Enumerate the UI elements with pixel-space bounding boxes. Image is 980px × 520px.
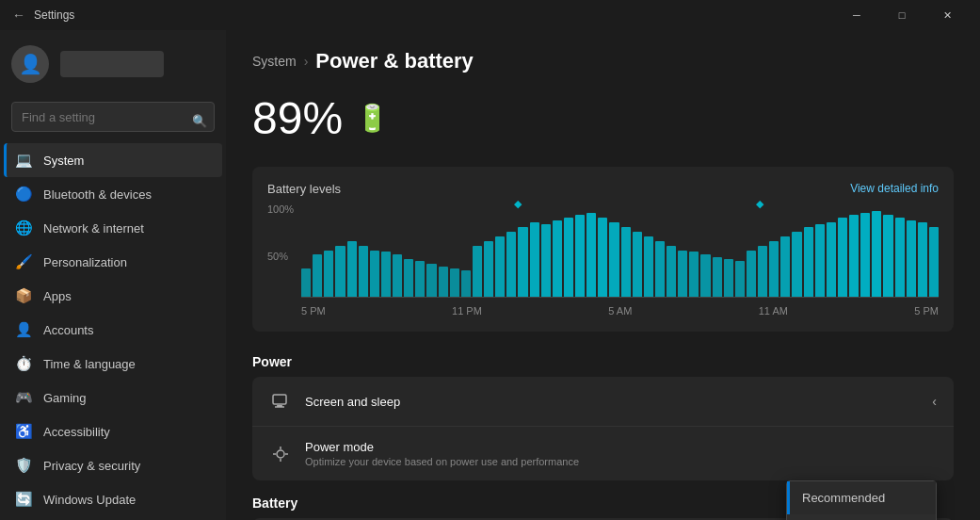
nav-icon-apps: 📦 — [15, 287, 32, 304]
chart-bar — [907, 220, 916, 297]
nav-label-bluetooth: Bluetooth & devices — [43, 187, 152, 202]
chart-bar — [883, 215, 892, 297]
power-mode-row[interactable]: Power mode Optimize your device based on… — [252, 427, 954, 480]
view-detailed-link[interactable]: View detailed info — [850, 182, 939, 196]
chart-bar — [564, 218, 573, 297]
svg-point-3 — [277, 450, 284, 458]
nav-label-gaming: Gaming — [43, 391, 87, 405]
chart-bar — [439, 267, 448, 297]
minimize-button[interactable]: ─ — [835, 0, 878, 30]
sidebar-item-network[interactable]: 🌐 Network & internet — [4, 211, 222, 245]
screen-sleep-title: Screen and sleep — [305, 395, 932, 409]
nav-icon-personalization: 🖌️ — [15, 253, 32, 270]
chart-bar — [724, 259, 733, 297]
nav-label-update: Windows Update — [43, 493, 136, 507]
chart-bar — [689, 252, 699, 297]
chart-bar — [473, 246, 482, 297]
chart-bar — [484, 241, 493, 297]
title-bar: ← Settings ─ □ ✕ — [0, 0, 980, 30]
power-mode-title: Power mode — [305, 440, 937, 454]
chart-bar — [758, 246, 767, 297]
chart-bar — [359, 246, 368, 297]
app-title: Settings — [34, 8, 827, 22]
chart-bar — [370, 251, 379, 298]
chart-header: Battery levels View detailed info — [267, 182, 939, 196]
chart-bar — [450, 268, 459, 297]
breadcrumb-parent[interactable]: System — [252, 54, 297, 69]
close-button[interactable]: ✕ — [925, 0, 969, 30]
sidebar: 👤 🔍 💻 System 🔵 Bluetooth & devices 🌐 Net… — [0, 30, 226, 520]
chart-bar — [518, 227, 527, 297]
y-label-100: 100% — [267, 203, 301, 215]
power-section-label: Power — [252, 354, 954, 369]
power-mode-subtitle: Optimize your device based on power use … — [305, 456, 937, 467]
nav-label-network: Network & internet — [43, 221, 144, 236]
nav-label-system: System — [43, 154, 84, 168]
dropdown-recommended[interactable]: Recommended — [787, 481, 936, 514]
nav-icon-bluetooth: 🔵 — [15, 186, 32, 203]
breadcrumb-separator: › — [304, 54, 309, 69]
chart-bar — [644, 236, 653, 297]
sidebar-item-update[interactable]: 🔄 Windows Update — [4, 482, 222, 516]
chart-bar — [860, 213, 870, 297]
chart-bar — [541, 224, 551, 297]
chart-bar — [335, 246, 345, 297]
power-settings-group: Screen and sleep ‹ Power mode — [252, 377, 954, 480]
chart-area: 100% 50% ◆ ◆ 5 PM 11 PM 5 AM 11 AM 5 PM — [267, 203, 939, 317]
power-mode-dropdown: Recommended Better performance Best perf… — [786, 480, 937, 520]
sidebar-item-privacy[interactable]: 🛡️ Privacy & security — [4, 448, 222, 482]
chart-bar — [713, 257, 722, 297]
nav-list: 💻 System 🔵 Bluetooth & devices 🌐 Network… — [0, 143, 226, 516]
sidebar-item-accounts[interactable]: 👤 Accounts — [4, 313, 222, 347]
sidebar-item-time[interactable]: ⏱️ Time & language — [4, 347, 222, 381]
x-label-11pm: 11 PM — [452, 305, 482, 317]
app-body: 👤 🔍 💻 System 🔵 Bluetooth & devices 🌐 Net… — [0, 30, 980, 520]
chart-y-labels: 100% 50% — [267, 203, 301, 298]
search-icon: 🔍 — [192, 114, 207, 128]
maximize-button[interactable]: □ — [880, 0, 924, 30]
breadcrumb: System › Power & battery — [252, 49, 954, 73]
chart-bar — [735, 261, 745, 297]
chart-bars — [301, 203, 939, 298]
chart-bar — [747, 251, 756, 298]
x-label-5am: 5 AM — [608, 305, 632, 317]
chart-bar — [780, 236, 790, 297]
nav-icon-update: 🔄 — [15, 491, 32, 508]
x-label-11am: 11 AM — [759, 305, 788, 317]
chart-bar — [678, 251, 687, 298]
user-profile: 👤 — [0, 30, 226, 98]
dropdown-better-performance[interactable]: Better performance — [787, 514, 936, 520]
nav-label-apps: Apps — [43, 289, 72, 303]
chart-bar — [404, 259, 413, 297]
chart-bar — [609, 222, 619, 297]
nav-icon-system: 💻 — [15, 152, 32, 169]
window-controls: ─ □ ✕ — [835, 0, 969, 30]
x-label-5pm2: 5 PM — [914, 305, 939, 317]
chart-bar — [530, 222, 539, 297]
search-input[interactable] — [11, 102, 215, 132]
chart-bar — [655, 241, 665, 297]
battery-icon: 🔋 — [356, 103, 389, 134]
sidebar-item-accessibility[interactable]: ♿ Accessibility — [4, 414, 222, 448]
chart-bar — [301, 268, 311, 297]
chart-bar — [929, 227, 939, 297]
chart-bar — [506, 232, 516, 297]
nav-icon-accounts: 👤 — [15, 321, 32, 338]
chart-bar — [827, 222, 836, 297]
chart-bar — [495, 236, 505, 297]
nav-icon-network: 🌐 — [15, 219, 32, 236]
battery-chart-section: Battery levels View detailed info 100% 5… — [252, 167, 954, 332]
sidebar-item-gaming[interactable]: 🎮 Gaming — [4, 381, 222, 414]
back-button[interactable]: ← — [11, 8, 26, 23]
sidebar-item-apps[interactable]: 📦 Apps — [4, 279, 222, 313]
chart-bar — [804, 227, 813, 297]
sidebar-item-system[interactable]: 💻 System — [4, 143, 222, 177]
avatar: 👤 — [11, 45, 49, 83]
nav-icon-privacy: 🛡️ — [15, 457, 32, 474]
screen-sleep-row[interactable]: Screen and sleep ‹ — [252, 377, 954, 427]
sidebar-item-personalization[interactable]: 🖌️ Personalization — [4, 245, 222, 279]
chart-bar — [895, 218, 905, 297]
screen-sleep-icon — [269, 390, 292, 413]
chart-title: Battery levels — [267, 182, 341, 196]
sidebar-item-bluetooth[interactable]: 🔵 Bluetooth & devices — [4, 177, 222, 211]
